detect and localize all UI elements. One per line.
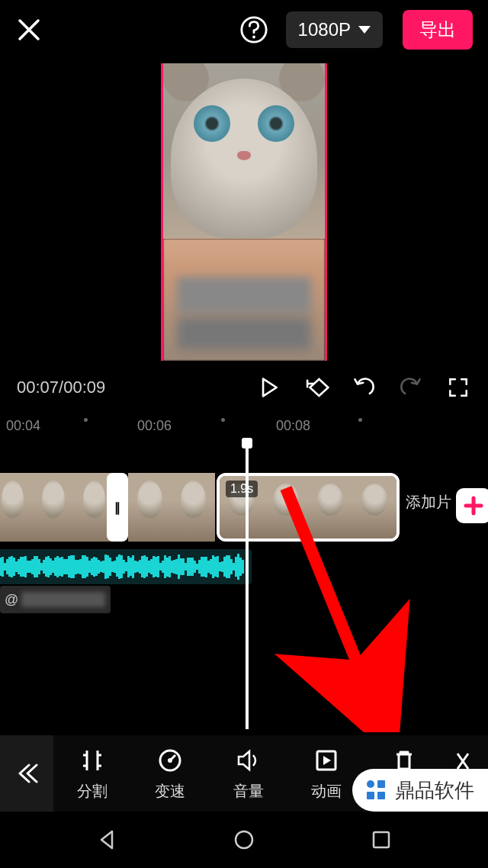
split-icon bbox=[78, 746, 107, 775]
svg-point-1 bbox=[252, 36, 255, 39]
clip-duration-badge: 1.9s bbox=[226, 481, 258, 497]
video-clip[interactable] bbox=[0, 473, 114, 542]
clip-handle[interactable]: ∥ bbox=[107, 473, 128, 542]
svg-rect-7 bbox=[374, 832, 389, 847]
system-nav-bar bbox=[0, 812, 488, 868]
speed-icon bbox=[156, 746, 185, 775]
tool-volume[interactable]: 音量 bbox=[209, 746, 287, 802]
volume-icon bbox=[234, 746, 263, 775]
preview-frame[interactable] bbox=[161, 63, 327, 361]
time-display: 00:07/00:09 bbox=[17, 378, 105, 397]
video-clip[interactable] bbox=[128, 473, 215, 542]
video-clip-selected[interactable]: 1.9s bbox=[217, 473, 400, 542]
chevron-down-icon bbox=[358, 26, 371, 34]
preview-area bbox=[0, 59, 488, 365]
help-button[interactable] bbox=[239, 14, 269, 45]
add-segment-button[interactable] bbox=[456, 488, 488, 523]
svg-point-6 bbox=[236, 831, 252, 848]
audio-track bbox=[0, 549, 488, 584]
tool-split[interactable]: 分割 bbox=[53, 746, 131, 802]
top-bar: 1080P 导出 bbox=[0, 0, 488, 59]
resolution-selector[interactable]: 1080P bbox=[286, 11, 383, 48]
redo-button[interactable] bbox=[398, 375, 424, 400]
preview-content bbox=[163, 63, 325, 239]
toolbar-back-button[interactable] bbox=[0, 735, 53, 812]
svg-point-8 bbox=[367, 780, 374, 788]
undo-button[interactable] bbox=[351, 375, 377, 400]
watermark-badge: 鼎品软件 bbox=[352, 769, 488, 812]
svg-rect-10 bbox=[367, 792, 374, 799]
tool-speed[interactable]: 变速 bbox=[131, 746, 209, 802]
animation-icon bbox=[312, 746, 341, 775]
svg-point-4 bbox=[168, 758, 172, 763]
fullscreen-button[interactable] bbox=[445, 375, 471, 400]
resolution-label: 1080P bbox=[298, 19, 351, 40]
timeline[interactable]: ∥ 1.9s 添加片 @ bbox=[0, 450, 488, 725]
svg-rect-11 bbox=[377, 792, 385, 799]
watermark-text: 鼎品软件 bbox=[395, 777, 474, 804]
nav-home-button[interactable] bbox=[227, 823, 261, 857]
export-button[interactable]: 导出 bbox=[403, 10, 473, 50]
audio-clip[interactable] bbox=[0, 549, 252, 584]
playback-bar: 00:07/00:09 bbox=[0, 365, 488, 410]
watermark-logo-icon bbox=[363, 777, 389, 803]
playhead[interactable] bbox=[246, 439, 249, 729]
audio-tag[interactable]: @ bbox=[0, 586, 111, 613]
add-segment-label: 添加片 bbox=[406, 492, 451, 513]
close-button[interactable] bbox=[15, 16, 43, 43]
nav-back-button[interactable] bbox=[90, 823, 124, 857]
keyframe-button[interactable] bbox=[303, 375, 329, 400]
play-button[interactable] bbox=[256, 375, 282, 400]
nav-recents-button[interactable] bbox=[364, 823, 398, 857]
svg-rect-9 bbox=[377, 780, 385, 788]
